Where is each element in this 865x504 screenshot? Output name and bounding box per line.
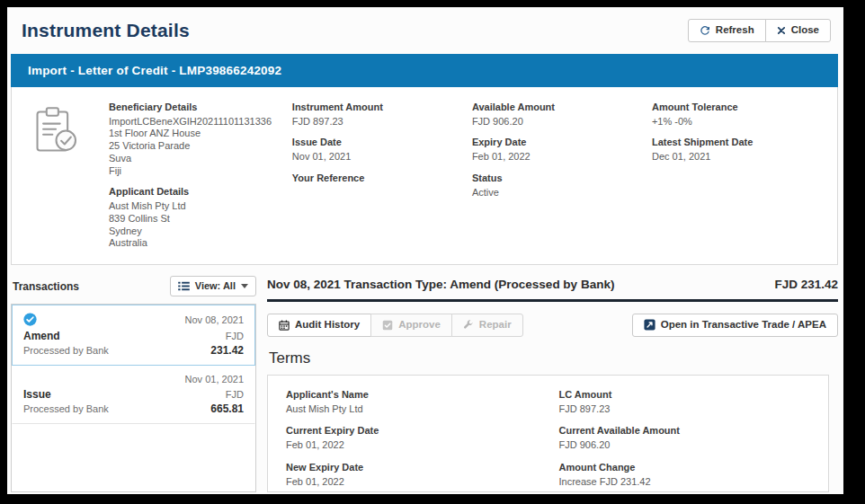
instrument-amount-label: Instrument Amount bbox=[292, 102, 463, 114]
transaction-item-issue[interactable]: Nov 01, 2021 Issue FJD Processed by Bank… bbox=[12, 366, 255, 424]
latest-shipment-date-label: Latest Shipment Date bbox=[652, 137, 823, 149]
applicants-name-label: Applicant's Name bbox=[286, 389, 538, 402]
applicant-details-field: Applicant Details Aust Mish Pty Ltd 839 … bbox=[109, 186, 283, 250]
current-expiry-date-label: Current Expiry Date bbox=[286, 425, 538, 438]
your-reference-value bbox=[292, 187, 463, 198]
applicant-line: Sydney bbox=[109, 225, 283, 238]
current-expiry-date-value: Feb 01, 2022 bbox=[286, 439, 538, 452]
applicant-line: Aust Mish Pty Ltd bbox=[109, 200, 283, 213]
beneficiary-line: Suva bbox=[109, 153, 283, 165]
audit-history-button[interactable]: Audit History bbox=[267, 314, 371, 337]
transaction-detail-title: Nov 08, 2021 Transaction Type: Amend (Pr… bbox=[267, 278, 614, 291]
terms-left-column: Applicant's Name Aust Mish Pty Ltd Curre… bbox=[286, 389, 538, 494]
transaction-date: Nov 01, 2021 bbox=[185, 374, 244, 385]
instrument-banner-title: Import - Letter of Credit - LMP398662420… bbox=[28, 64, 281, 77]
check-circle-icon bbox=[23, 313, 37, 326]
applicant-details-label: Applicant Details bbox=[109, 186, 283, 199]
transaction-type: Issue bbox=[23, 388, 51, 401]
new-expiry-date-label: New Expiry Date bbox=[286, 462, 538, 474]
close-label: Close bbox=[791, 24, 819, 37]
instrument-summary-card: Beneficiary Details ImportLCBeneXGIH2021… bbox=[11, 87, 838, 265]
transaction-status: Processed by Bank bbox=[23, 345, 109, 356]
transaction-actions: Audit History Approve Repair bbox=[267, 314, 838, 337]
amount-change-field: Amount Change Increase FJD 231.42 bbox=[559, 462, 811, 489]
lc-amount-value: FJD 897.23 bbox=[559, 403, 811, 416]
issue-date-field: Issue Date Nov 01, 2021 bbox=[292, 137, 463, 164]
transaction-status: Processed by Bank bbox=[23, 403, 109, 414]
close-button[interactable]: Close bbox=[765, 19, 831, 42]
transaction-detail-header: Nov 08, 2021 Transaction Type: Amend (Pr… bbox=[267, 274, 838, 299]
calendar-icon bbox=[279, 320, 290, 331]
transaction-amount: 665.81 bbox=[210, 402, 244, 415]
open-in-transactive-trade-label: Open in Transactive Trade / APEA bbox=[661, 319, 826, 332]
current-available-amount-label: Current Available Amount bbox=[559, 425, 811, 438]
applicant-details-value: Aust Mish Pty Ltd 839 Collins St Sydney … bbox=[109, 200, 283, 250]
transaction-action-group: Audit History Approve Repair bbox=[267, 314, 523, 337]
current-available-amount-field: Current Available Amount FJD 906.20 bbox=[559, 425, 811, 452]
status-field: Status Active bbox=[472, 172, 643, 199]
new-expiry-date-value: Feb 01, 2022 bbox=[286, 476, 538, 489]
beneficiary-details-label: Beneficiary Details bbox=[109, 102, 283, 114]
expiry-date-field: Expiry Date Feb 01, 2022 bbox=[472, 137, 643, 164]
available-amount-value: FJD 906.20 bbox=[472, 116, 643, 128]
instrument-amount-field: Instrument Amount FJD 897.23 bbox=[292, 102, 463, 128]
transaction-detail-panel: Nov 08, 2021 Transaction Type: Amend (Pr… bbox=[267, 274, 838, 492]
terms-panel: Applicant's Name Aust Mish Pty Ltd Curre… bbox=[267, 375, 829, 492]
header-divider bbox=[267, 299, 838, 302]
approve-label: Approve bbox=[398, 319, 441, 332]
issue-date-label: Issue Date bbox=[292, 137, 463, 149]
refresh-button[interactable]: Refresh bbox=[688, 19, 766, 42]
transaction-currency: FJD bbox=[226, 331, 244, 341]
lc-amount-field: LC Amount FJD 897.23 bbox=[559, 389, 811, 416]
expiry-date-value: Feb 01, 2022 bbox=[472, 151, 643, 164]
amount-tolerance-field: Amount Tolerance +1% -0% bbox=[652, 102, 823, 128]
transactions-column: Transactions View: All bbox=[11, 274, 256, 492]
latest-shipment-date-field: Latest Shipment Date Dec 01, 2021 bbox=[652, 137, 823, 164]
header-actions: Refresh Close bbox=[688, 19, 831, 42]
transactions-list: Nov 08, 2021 Amend FJD Processed by Bank… bbox=[11, 304, 256, 492]
beneficiary-details-field: Beneficiary Details ImportLCBeneXGIH2021… bbox=[109, 102, 283, 178]
beneficiary-line: 25 Victoria Parade bbox=[109, 140, 283, 153]
page-title: Instrument Details bbox=[22, 20, 190, 41]
open-in-transactive-trade-button[interactable]: Open in Transactive Trade / APEA bbox=[632, 314, 838, 337]
transactions-header: Transactions View: All bbox=[13, 274, 256, 298]
your-reference-field: Your Reference bbox=[292, 172, 463, 198]
issue-date-value: Nov 01, 2021 bbox=[292, 151, 463, 164]
applicants-name-field: Applicant's Name Aust Mish Pty Ltd bbox=[286, 389, 538, 416]
transaction-date: Nov 08, 2021 bbox=[185, 314, 244, 325]
beneficiary-line: Fiji bbox=[109, 165, 283, 178]
amount-change-value: Increase FJD 231.42 bbox=[559, 476, 811, 489]
status-value: Active bbox=[472, 187, 643, 199]
applicant-line: 839 Collins St bbox=[109, 213, 283, 225]
expiry-date-label: Expiry Date bbox=[472, 137, 643, 149]
approve-button[interactable]: Approve bbox=[370, 314, 452, 337]
view-filter-button[interactable]: View: All bbox=[170, 276, 256, 296]
repair-button[interactable]: Repair bbox=[451, 314, 523, 337]
amount-tolerance-label: Amount Tolerance bbox=[652, 102, 823, 114]
amount-tolerance-value: +1% -0% bbox=[652, 116, 823, 128]
main-area: Transactions View: All bbox=[11, 274, 843, 492]
list-view-icon bbox=[178, 281, 190, 291]
transaction-currency: FJD bbox=[226, 389, 244, 400]
latest-shipment-date-value: Dec 01, 2021 bbox=[652, 151, 823, 164]
transaction-detail-amount: FJD 231.42 bbox=[774, 278, 838, 291]
transaction-type: Amend bbox=[23, 330, 60, 342]
applicants-name-value: Aust Mish Pty Ltd bbox=[286, 403, 538, 416]
instrument-details-page: Instrument Details Refresh Close Import … bbox=[7, 7, 843, 494]
status-label: Status bbox=[472, 172, 643, 185]
transaction-item-amend[interactable]: Nov 08, 2021 Amend FJD Processed by Bank… bbox=[12, 305, 255, 366]
current-expiry-date-field: Current Expiry Date Feb 01, 2022 bbox=[286, 425, 538, 452]
instrument-banner: Import - Letter of Credit - LMP398662420… bbox=[11, 54, 838, 87]
available-amount-label: Available Amount bbox=[472, 102, 643, 114]
beneficiary-line: ImportLCBeneXGIH20211101131336 bbox=[109, 116, 283, 128]
chevron-down-icon bbox=[241, 284, 248, 288]
transaction-amount: 231.42 bbox=[210, 344, 244, 357]
repair-label: Repair bbox=[479, 319, 512, 332]
external-link-icon bbox=[644, 319, 655, 331]
beneficiary-details-value: ImportLCBeneXGIH20211101131336 1st Floor… bbox=[109, 116, 283, 178]
audit-history-label: Audit History bbox=[295, 319, 360, 332]
view-filter-label: View: All bbox=[195, 280, 236, 292]
instrument-amount-value: FJD 897.23 bbox=[292, 116, 463, 128]
clipboard-check-icon bbox=[31, 102, 109, 259]
terms-right-column: LC Amount FJD 897.23 Current Available A… bbox=[559, 389, 811, 494]
